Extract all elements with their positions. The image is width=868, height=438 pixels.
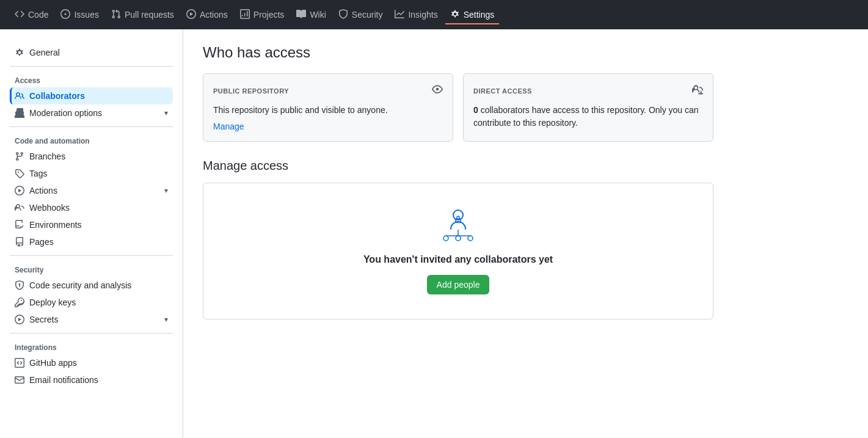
sidebar-item-code-security[interactable]: Code security and analysis (10, 277, 173, 294)
sidebar-item-general[interactable]: General (10, 44, 173, 61)
issues-icon (60, 9, 70, 21)
branches-icon (15, 151, 24, 161)
direct-access-card: DIRECT ACCESS 0 collaborators have acces… (463, 73, 713, 142)
sidebar-item-email-notifications[interactable]: Email notifications (10, 371, 173, 389)
sidebar-item-moderation[interactable]: Moderation options ▾ (10, 104, 173, 122)
main-layout: General Access Collaborators Moderation … (0, 29, 868, 438)
direct-access-card-header: DIRECT ACCESS (473, 84, 703, 98)
no-collaborators-title: You haven't invited any collaborators ye… (218, 254, 698, 265)
top-nav: Code Issues Pull requests Actions Projec… (0, 0, 868, 29)
sidebar-actions-left: Actions (15, 186, 57, 195)
sidebar-secrets-label: Secrets (29, 315, 58, 324)
manage-link[interactable]: Manage (213, 122, 443, 131)
gear-icon (15, 48, 24, 57)
sidebar-deploy-keys-label: Deploy keys (29, 297, 76, 307)
sidebar-access-section: Access (10, 71, 173, 87)
sidebar-item-webhooks[interactable]: Webhooks (10, 199, 173, 216)
moderation-icon (15, 108, 24, 118)
collaborators-count: 0 (473, 105, 478, 115)
sidebar: General Access Collaborators Moderation … (0, 29, 183, 438)
nav-code[interactable]: Code (10, 5, 53, 24)
nav-security-label: Security (352, 10, 383, 20)
add-people-button[interactable]: Add people (427, 275, 490, 294)
sidebar-integrations-section: Integrations (10, 338, 173, 354)
chevron-down-icon: ▾ (164, 109, 168, 117)
sidebar-secrets-left: Secrets (15, 315, 58, 324)
direct-access-title: DIRECT ACCESS (473, 87, 532, 95)
nav-issues-label: Issues (74, 10, 98, 20)
settings-nav-icon (450, 9, 460, 21)
nav-settings[interactable]: Settings (445, 5, 500, 24)
nav-insights-label: Insights (408, 10, 437, 20)
nav-projects[interactable]: Projects (235, 5, 290, 24)
person-add-icon (692, 84, 703, 98)
sidebar-item-collaborators[interactable]: Collaborators (10, 87, 173, 104)
nav-wiki-label: Wiki (310, 10, 326, 20)
nav-projects-label: Projects (253, 10, 285, 20)
sidebar-item-secrets[interactable]: Secrets ▾ (10, 311, 173, 328)
sidebar-actions-row: Actions ▾ (15, 186, 168, 195)
insights-icon (395, 9, 404, 21)
secrets-icon (15, 315, 24, 324)
webhooks-icon (15, 203, 24, 213)
sidebar-branches-label: Branches (29, 151, 65, 161)
pull-requests-icon (111, 9, 121, 21)
nav-pull-requests-label: Pull requests (125, 10, 174, 20)
sidebar-moderation-row: Moderation options ▾ (15, 108, 168, 118)
sidebar-email-notifications-label: Email notifications (29, 375, 98, 385)
public-repo-title: PUBLIC REPOSITORY (213, 87, 289, 95)
sidebar-secrets-row: Secrets ▾ (15, 315, 168, 324)
sidebar-general-label: General (29, 48, 60, 57)
nav-code-label: Code (28, 10, 48, 20)
sidebar-item-branches[interactable]: Branches (10, 148, 173, 165)
github-apps-icon (15, 358, 24, 368)
sidebar-item-github-apps[interactable]: GitHub apps (10, 354, 173, 371)
svg-point-3 (456, 236, 461, 241)
projects-icon (240, 9, 250, 21)
sidebar-moderation-left: Moderation options (15, 108, 102, 118)
sidebar-pages-label: Pages (29, 237, 54, 247)
sidebar-collaborators-label: Collaborators (29, 91, 85, 101)
actions-nav-icon (186, 9, 196, 21)
sidebar-environments-label: Environments (29, 220, 82, 230)
svg-point-4 (468, 236, 473, 241)
access-cards: PUBLIC REPOSITORY This repository is pub… (203, 73, 713, 142)
nav-wiki[interactable]: Wiki (291, 5, 330, 24)
sidebar-item-pages[interactable]: Pages (10, 233, 173, 250)
sidebar-divider-integrations (10, 333, 173, 334)
main-content: Who has access PUBLIC REPOSITORY This re… (183, 29, 733, 438)
email-icon (15, 375, 24, 385)
nav-actions-label: Actions (200, 10, 228, 20)
sidebar-item-environments[interactable]: Environments (10, 216, 173, 233)
nav-pull-requests[interactable]: Pull requests (106, 5, 179, 24)
code-icon (15, 9, 24, 21)
no-collaborators-illustration (434, 208, 483, 244)
nav-insights[interactable]: Insights (390, 5, 442, 24)
nav-security[interactable]: Security (334, 5, 388, 24)
sidebar-actions-label: Actions (29, 186, 57, 195)
chevron-down-icon-actions: ▾ (164, 186, 168, 195)
wiki-icon (296, 9, 306, 21)
nav-actions[interactable]: Actions (181, 5, 233, 24)
security-nav-icon (338, 9, 348, 21)
sidebar-item-deploy-keys[interactable]: Deploy keys (10, 294, 173, 311)
sidebar-item-actions[interactable]: Actions ▾ (10, 182, 173, 199)
sidebar-divider-access (10, 66, 173, 67)
sidebar-item-tags[interactable]: Tags (10, 165, 173, 182)
page-title: Who has access (203, 44, 713, 61)
environments-icon (15, 220, 24, 230)
shield-lock-icon (15, 280, 24, 290)
nav-issues[interactable]: Issues (56, 5, 103, 24)
manage-access-box: You haven't invited any collaborators ye… (203, 183, 713, 319)
public-repo-body: This repository is public and visible to… (213, 104, 443, 117)
direct-access-body: 0 collaborators have access to this repo… (473, 104, 703, 130)
chevron-down-icon-secrets: ▾ (164, 315, 168, 324)
sidebar-tags-label: Tags (29, 169, 48, 178)
sidebar-code-security-label: Code security and analysis (29, 280, 131, 290)
eye-icon (432, 84, 443, 98)
pages-icon (15, 237, 24, 247)
sidebar-divider-code (10, 126, 173, 127)
sidebar-divider-security (10, 255, 173, 256)
tags-icon (15, 169, 24, 178)
sidebar-webhooks-label: Webhooks (29, 203, 70, 213)
